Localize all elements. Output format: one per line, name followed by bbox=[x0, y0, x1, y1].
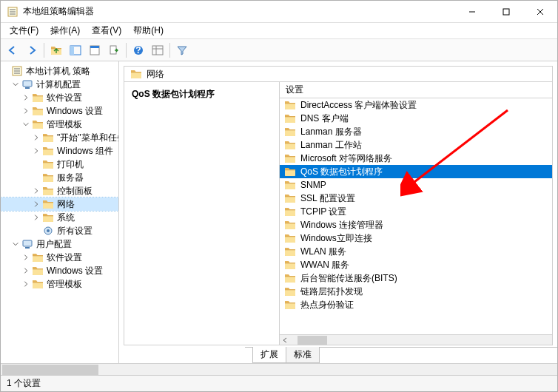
statusbar: 1 个设置 bbox=[1, 375, 557, 391]
list-item-label: Microsoft 对等网络服务 bbox=[300, 152, 392, 165]
folder-icon bbox=[284, 179, 296, 191]
maximize-button[interactable] bbox=[489, 1, 523, 23]
list-item[interactable]: DirectAccess 客户端体验设置 bbox=[280, 98, 552, 112]
chevron-right-icon bbox=[32, 186, 41, 195]
menu-file[interactable]: 文件(F) bbox=[4, 23, 44, 38]
list-item[interactable]: Microsoft 对等网络服务 bbox=[280, 152, 552, 165]
chevron-right-icon bbox=[32, 213, 41, 222]
show-hide-tree-button[interactable] bbox=[67, 41, 84, 59]
tree-user-admin[interactable]: 管理模板 bbox=[1, 277, 118, 291]
list-item-label: SSL 配置设置 bbox=[300, 192, 355, 205]
folder-icon bbox=[284, 139, 296, 151]
menu-help[interactable]: 帮助(H) bbox=[127, 23, 169, 38]
close-button[interactable] bbox=[523, 1, 557, 23]
tree-network[interactable]: 网络 bbox=[1, 197, 118, 211]
list-item[interactable]: Lanman 工作站 bbox=[280, 138, 552, 152]
svg-rect-13 bbox=[70, 46, 74, 55]
tree-windows-settings[interactable]: Windows 设置 bbox=[1, 104, 118, 118]
up-one-level-button[interactable] bbox=[47, 41, 65, 59]
folder-icon bbox=[284, 152, 296, 164]
horizontal-scrollbar[interactable] bbox=[280, 334, 552, 345]
window-title: 本地组策略编辑器 bbox=[23, 5, 455, 18]
content-header: 网络 bbox=[124, 66, 553, 82]
filter-button[interactable] bbox=[173, 41, 191, 59]
back-button[interactable] bbox=[4, 41, 21, 59]
chevron-down-icon[interactable] bbox=[11, 80, 20, 89]
tree-system[interactable]: 系统 bbox=[1, 211, 118, 224]
scrollbar-thumb[interactable] bbox=[298, 336, 327, 345]
list-item[interactable]: Lanman 服务器 bbox=[280, 125, 552, 138]
folder-icon bbox=[284, 206, 296, 217]
scrollbar-thumb[interactable] bbox=[2, 365, 98, 375]
list-item[interactable]: SSL 配置设置 bbox=[280, 192, 552, 205]
chevron-down-icon bbox=[11, 240, 20, 249]
chevron-right-icon bbox=[32, 200, 41, 209]
properties-button[interactable] bbox=[86, 41, 104, 59]
list-item-label: Windows立即连接 bbox=[300, 232, 372, 245]
list-item[interactable]: 热点身份验证 bbox=[280, 298, 552, 311]
menu-view[interactable]: 查看(V) bbox=[86, 23, 127, 38]
tree-pane[interactable]: 本地计算机 策略 计算机配置 bbox=[1, 61, 119, 363]
tree-user-software[interactable]: 软件设置 bbox=[1, 251, 118, 264]
status-text: 1 个设置 bbox=[7, 377, 41, 390]
tree-root[interactable]: 本地计算机 策略 bbox=[1, 64, 118, 78]
svg-rect-9 bbox=[503, 9, 509, 15]
minimize-button[interactable] bbox=[455, 1, 489, 23]
list-item[interactable]: SNMP bbox=[280, 178, 552, 192]
tree-software-settings[interactable]: 软件设置 bbox=[1, 91, 118, 104]
view-tabs: 扩展 标准 bbox=[119, 347, 557, 363]
list-item[interactable]: DNS 客户端 bbox=[280, 112, 552, 125]
tree-user-windows[interactable]: Windows 设置 bbox=[1, 264, 118, 277]
menu-action[interactable]: 操作(A) bbox=[44, 23, 86, 38]
list-item-label: DNS 客户端 bbox=[300, 112, 349, 125]
export-list-button[interactable] bbox=[105, 41, 123, 59]
list-item[interactable]: Windows立即连接 bbox=[280, 232, 552, 245]
list-item[interactable]: Windows 连接管理器 bbox=[280, 218, 552, 232]
toolbar: ? bbox=[1, 39, 557, 61]
help-button[interactable]: ? bbox=[130, 41, 147, 59]
tree-horizontal-scrollbar[interactable] bbox=[1, 363, 557, 375]
folder-icon bbox=[284, 285, 296, 297]
list-item-label: DirectAccess 客户端体验设置 bbox=[300, 99, 417, 112]
tree-printers[interactable]: 打印机 bbox=[1, 158, 118, 171]
list-item-label: TCPIP 设置 bbox=[300, 206, 346, 218]
folder-icon bbox=[284, 219, 296, 231]
tab-standard[interactable]: 标准 bbox=[286, 347, 320, 363]
folder-icon bbox=[284, 272, 296, 284]
list-item-label: WWAN 服务 bbox=[300, 259, 349, 271]
list-item[interactable]: QoS 数据包计划程序 bbox=[280, 165, 552, 178]
tree-all-settings[interactable]: 所有设置 bbox=[1, 224, 118, 237]
chevron-right-icon bbox=[32, 133, 41, 142]
titlebar: 本地组策略编辑器 bbox=[1, 1, 557, 23]
list-item[interactable]: 后台智能传送服务(BITS) bbox=[280, 271, 552, 285]
view-options-button[interactable] bbox=[149, 41, 167, 59]
tree-admin-templates[interactable]: 管理模板 bbox=[1, 118, 118, 131]
tree-server[interactable]: 服务器 bbox=[1, 171, 118, 184]
list-item[interactable]: TCPIP 设置 bbox=[280, 205, 552, 218]
list-item-label: 链路层拓扑发现 bbox=[300, 285, 363, 298]
settings-list[interactable]: DirectAccess 客户端体验设置DNS 客户端Lanman 服务器Lan… bbox=[280, 98, 552, 334]
list-item-label: Lanman 服务器 bbox=[300, 126, 362, 138]
forward-button[interactable] bbox=[23, 41, 41, 59]
folder-icon bbox=[284, 99, 296, 111]
tab-extended[interactable]: 扩展 bbox=[252, 347, 286, 363]
folder-icon bbox=[284, 232, 296, 244]
list-item[interactable]: WWAN 服务 bbox=[280, 258, 552, 271]
tree-control-panel[interactable]: 控制面板 bbox=[1, 184, 118, 197]
detail-pane: QoS 数据包计划程序 bbox=[124, 82, 280, 345]
chevron-right-icon bbox=[21, 107, 30, 115]
svg-rect-19 bbox=[152, 46, 163, 55]
tree-user-config[interactable]: 用户配置 bbox=[1, 237, 118, 251]
tree-computer-config[interactable]: 计算机配置 bbox=[1, 78, 118, 91]
tree-windows-components[interactable]: Windows 组件 bbox=[1, 144, 118, 158]
list-item[interactable]: 链路层拓扑发现 bbox=[280, 285, 552, 298]
folder-icon bbox=[284, 126, 296, 138]
tree-start-menu[interactable]: "开始"菜单和任务栏 bbox=[1, 131, 118, 144]
folder-icon bbox=[284, 246, 296, 257]
toolbar-separator bbox=[44, 43, 44, 58]
svg-rect-15 bbox=[90, 46, 99, 48]
list-item[interactable]: WLAN 服务 bbox=[280, 245, 552, 258]
menubar: 文件(F) 操作(A) 查看(V) 帮助(H) bbox=[1, 23, 557, 39]
folder-icon bbox=[284, 299, 296, 311]
column-header-setting[interactable]: 设置 bbox=[280, 82, 552, 98]
